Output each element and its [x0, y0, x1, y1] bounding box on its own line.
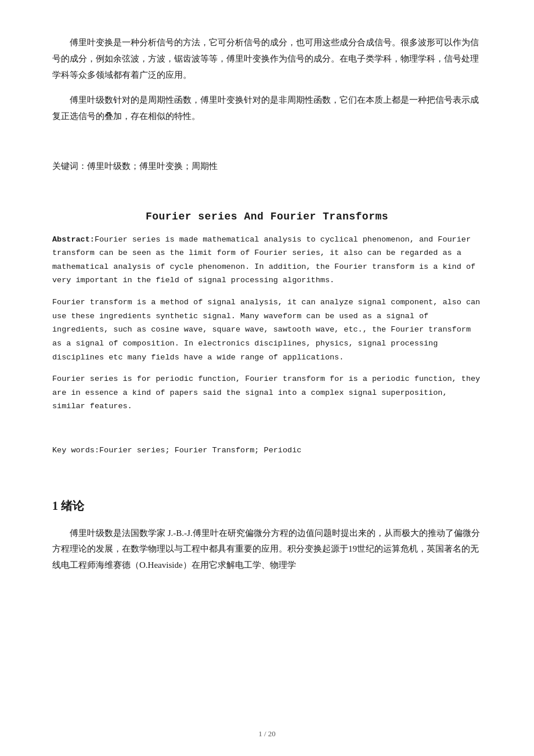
keywords-chinese-label: 关键词：	[52, 161, 87, 171]
english-abstract-paragraph-2: Fourier transform is a method of signal …	[52, 296, 482, 364]
english-title: Fourier series And Fourier Transforms	[52, 211, 482, 222]
english-abstract-paragraph-3: Fourier series is for periodic function,…	[52, 372, 482, 413]
keywords-chinese-value: 傅里叶级数；傅里叶变换；周期性	[87, 161, 218, 171]
page-footer: 1 / 20	[0, 729, 534, 739]
page-container: 傅里叶变换是一种分析信号的方法，它可分析信号的成分，也可用这些成分合成信号。很多…	[0, 0, 534, 756]
keywords-chinese-line: 关键词：傅里叶级数；傅里叶变换；周期性	[52, 159, 482, 175]
chinese-abstract-paragraph-2: 傅里叶级数针对的是周期性函数，傅里叶变换针对的是非周期性函数，它们在本质上都是一…	[52, 92, 482, 125]
keywords-english-line: Key words:Fourier series; Fourier Transf…	[52, 444, 482, 458]
english-abstract-block-1: Abstract:Fourier series is made mathemat…	[52, 233, 482, 288]
section-1-title: 1 绪论	[52, 498, 482, 514]
page-number: 1 / 20	[258, 729, 276, 738]
section-1-paragraph-1: 傅里叶级数是法国数学家 J.-B.-J.傅里叶在研究偏微分方程的边值问题时提出来…	[52, 525, 482, 574]
chinese-abstract-paragraph-1: 傅里叶变换是一种分析信号的方法，它可分析信号的成分，也可用这些成分合成信号。很多…	[52, 35, 482, 83]
english-abstract-paragraph-1: Fourier series is made mathematical anal…	[52, 235, 475, 285]
abstract-label: Abstract:	[52, 235, 95, 244]
keywords-english-label: Key words:	[52, 446, 99, 455]
keywords-english-value: Fourier series; Fourier Transform; Perio…	[99, 446, 301, 455]
